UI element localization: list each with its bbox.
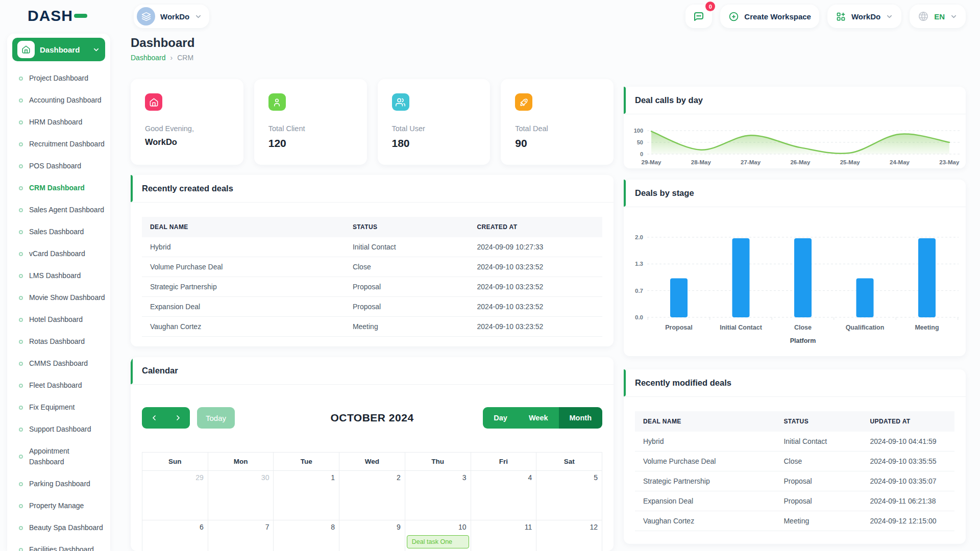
sidebar-item-appointment-dashboard[interactable]: Appointment Dashboard — [7, 440, 110, 473]
sidebar-item-pos-dashboard[interactable]: POS Dashboard — [7, 155, 110, 177]
table-row: HybridInitial Contact2024-09-10 04:41:59 — [635, 432, 954, 452]
page-title: Dashboard — [131, 36, 194, 50]
svg-text:Proposal: Proposal — [665, 324, 693, 331]
column-header: UPDATED AT — [862, 411, 954, 432]
sidebar-item-facilities-dashboard[interactable]: Facilities Dashboard — [7, 539, 110, 551]
table-cell: Meeting — [775, 511, 862, 531]
table-row: Expansion DealProposal2024-09-11 06:21:3… — [635, 491, 954, 511]
stat-label: Total User — [392, 124, 476, 133]
table-cell: Volume Purchase Deal — [142, 257, 345, 277]
sidebar-item-crm-dashboard[interactable]: CRM Dashboard — [7, 177, 110, 199]
table-header-row: DEAL NAMESTATUSUPDATED AT — [635, 411, 954, 432]
sidebar-item-label: Parking Dashboard — [29, 479, 90, 489]
logo-text: DASH — [28, 7, 73, 24]
create-workspace-button[interactable]: Create Workspace — [720, 5, 819, 28]
table-cell: Expansion Deal — [635, 491, 775, 511]
apps-grid-icon — [836, 11, 846, 22]
sidebar-item-hotel-dashboard[interactable]: Hotel Dashboard — [7, 309, 110, 331]
sidebar-item-parking-dashboard[interactable]: Parking Dashboard — [7, 473, 110, 495]
calendar-cell-8[interactable]: 8 — [274, 520, 339, 551]
rocket-icon — [515, 93, 532, 111]
calendar-date-number: 3 — [462, 473, 467, 482]
table-row: Strategic PartnershipProposal2024-09-10 … — [635, 471, 954, 491]
recently-modified-deals-card: Recently modified deals DEAL NAMESTATUSU… — [624, 369, 966, 544]
sidebar-item-fleet-dashboard[interactable]: Fleet Dashboard — [7, 374, 110, 396]
sidebar-item-project-dashboard[interactable]: Project Dashboard — [7, 67, 110, 89]
calendar-date-number: 4 — [528, 473, 532, 482]
circle-icon — [19, 274, 23, 278]
recently-created-deals-table: DEAL NAMESTATUSCREATED ATHybridInitial C… — [142, 217, 602, 337]
calendar-cell-5[interactable]: 5 — [536, 471, 602, 520]
sidebar-item-property-manage[interactable]: Property Manage — [7, 495, 110, 517]
app-logo[interactable]: DASH — [28, 7, 87, 24]
calendar-cell-7[interactable]: 7 — [208, 520, 274, 551]
table-row: Strategic PartnershipProposal2024-09-10 … — [142, 277, 602, 297]
language-code: EN — [934, 12, 945, 21]
calendar-cell-9[interactable]: 9 — [339, 520, 405, 551]
card-title: Recently created deals — [131, 175, 614, 203]
calendar-prev-button[interactable] — [142, 407, 166, 429]
calendar-view-day-button[interactable]: Day — [483, 407, 518, 429]
table-cell: 2024-09-10 04:41:59 — [862, 432, 954, 452]
calendar-date-number: 1 — [331, 473, 335, 482]
deal-calls-area-chart: 10050029-May28-May27-May26-May25-May24-M… — [624, 114, 966, 168]
circle-icon — [19, 428, 23, 432]
table-row: Volume Purchase DealClose2024-09-10 03:3… — [635, 452, 954, 471]
sidebar-item-beauty-spa-dashboard[interactable]: Beauty Spa Dashboard — [7, 517, 110, 539]
messages-button[interactable]: 0 — [685, 5, 712, 28]
sidebar-item-vcard-dashboard[interactable]: vCard Dashboard — [7, 243, 110, 265]
sidebar-item-sales-agent-dashboard[interactable]: Sales Agent Dashboard — [7, 199, 110, 221]
workspace-selector[interactable]: WorkDo — [134, 5, 209, 28]
circle-icon — [19, 526, 23, 530]
sidebar-item-sales-dashboard[interactable]: Sales Dashboard — [7, 221, 110, 243]
sidebar: Dashboard Project DashboardAccounting Da… — [7, 34, 110, 551]
calendar-cell-6[interactable]: 6 — [142, 520, 208, 551]
sidebar-item-label: Property Manage — [29, 500, 84, 511]
stat-label: Total Client — [268, 124, 353, 133]
calendar-view-week-button[interactable]: Week — [518, 407, 559, 429]
calendar-cell-11[interactable]: 11 — [471, 520, 537, 551]
user-icon — [268, 93, 286, 111]
calendar-date-number: 6 — [200, 523, 204, 531]
column-header: CREATED AT — [469, 217, 602, 237]
sidebar-group-dashboard[interactable]: Dashboard — [12, 38, 105, 61]
svg-text:28-May: 28-May — [691, 159, 712, 165]
sidebar-item-label: Fleet Dashboard — [29, 380, 82, 391]
calendar-view-month-button[interactable]: Month — [559, 407, 602, 429]
table-cell: Close — [345, 257, 469, 277]
calendar-cell-12[interactable]: 12 — [536, 520, 602, 551]
calendar-event[interactable]: Deal task One — [407, 535, 469, 548]
calendar-cell-1[interactable]: 1 — [274, 471, 339, 520]
workspace-menu[interactable]: WorkDo — [827, 5, 901, 28]
calendar-cell-30[interactable]: 30 — [208, 471, 274, 520]
table-cell: 2024-09-11 06:21:38 — [862, 491, 954, 511]
sidebar-item-cmms-dashboard[interactable]: CMMS Dashboard — [7, 353, 110, 374]
sidebar-item-fix-equipment[interactable]: Fix Equipment — [7, 396, 110, 418]
column-header: DEAL NAME — [635, 411, 775, 432]
sidebar-item-accounting-dashboard[interactable]: Accounting Dashboard — [7, 89, 110, 111]
calendar-cell-10[interactable]: 10Deal task One — [405, 520, 471, 551]
sidebar-item-lms-dashboard[interactable]: LMS Dashboard — [7, 265, 110, 287]
language-menu[interactable]: EN — [910, 5, 966, 28]
calendar-next-button[interactable] — [166, 407, 190, 429]
calendar-today-button[interactable]: Today — [197, 407, 235, 429]
calendar-cell-4[interactable]: 4 — [471, 471, 537, 520]
svg-text:26-May: 26-May — [790, 159, 811, 165]
svg-text:0: 0 — [640, 151, 643, 157]
sidebar-item-support-dashboard[interactable]: Support Dashboard — [7, 418, 110, 440]
calendar-cell-29[interactable]: 29 — [142, 471, 208, 520]
sidebar-item-hrm-dashboard[interactable]: HRM Dashboard — [7, 111, 110, 133]
table-cell: Initial Contact — [345, 237, 469, 257]
stat-card-greeting: Good Evening, WorkDo — [131, 79, 243, 165]
sidebar-item-movie-show-dashboard[interactable]: Movie Show Dashboard — [7, 287, 110, 309]
calendar-date-number: 30 — [261, 473, 270, 482]
calendar-day-header: Thu — [405, 453, 471, 471]
table-row: Expansion DealProposal2024-09-10 03:23:5… — [142, 297, 602, 317]
calendar-cell-3[interactable]: 3 — [405, 471, 471, 520]
sidebar-item-rotas-dashboard[interactable]: Rotas Dashboard — [7, 331, 110, 353]
breadcrumb-dashboard-link[interactable]: Dashboard — [131, 54, 166, 62]
topbar: DASH WorkDo 0 Create Workspace WorkDo EN — [0, 0, 980, 33]
sidebar-item-recruitment-dashboard[interactable]: Recruitment Dashboard — [7, 133, 110, 155]
messages-badge: 0 — [705, 2, 715, 11]
calendar-cell-2[interactable]: 2 — [339, 471, 405, 520]
